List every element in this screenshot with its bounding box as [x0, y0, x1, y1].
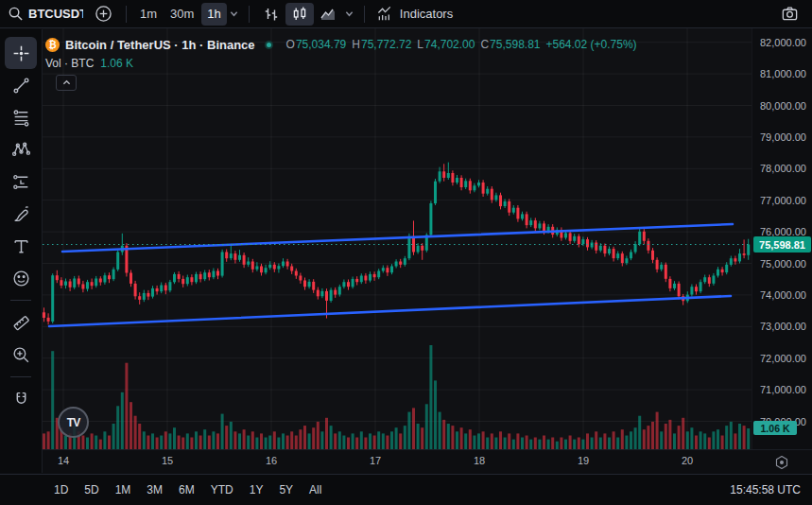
volume-bar [399, 433, 402, 449]
crosshair-tool[interactable] [5, 37, 37, 69]
price-tick: 73,000.00 [760, 321, 806, 332]
volume-bar [668, 420, 671, 449]
candle [51, 275, 54, 322]
fib-retracement-tool[interactable] [5, 101, 37, 133]
camera-icon[interactable] [775, 3, 804, 26]
range-ytd[interactable]: YTD [211, 483, 233, 496]
emoji-tool[interactable] [5, 262, 37, 294]
time-tick: 20 [682, 455, 693, 466]
candle [325, 291, 328, 301]
volume-bar [151, 433, 154, 449]
time-tick: 18 [474, 455, 485, 466]
magnet-tool[interactable] [5, 383, 37, 415]
candle [190, 277, 193, 282]
axis-settings-icon[interactable] [774, 455, 789, 470]
clock-utc[interactable]: 15:45:58 UTC [730, 483, 801, 496]
ohlc-key: O [286, 38, 295, 51]
volume-bar [564, 440, 567, 449]
bottom-toolbar: 1D5D1M3M6MYTD1Y5YAll 15:45:58 UTC [0, 474, 812, 505]
timeframe-1h[interactable]: 1h [201, 3, 226, 26]
legend-collapse-button[interactable] [56, 75, 77, 91]
candle [160, 286, 163, 292]
candle [390, 267, 393, 273]
text-tool[interactable] [5, 230, 37, 262]
range-3m[interactable]: 3M [147, 483, 163, 496]
range-all[interactable]: All [309, 483, 321, 496]
volume-bar [599, 438, 602, 450]
volume-bar [342, 436, 345, 450]
symbol-title[interactable]: Bitcoin / TetherUS · 1h · Binance [65, 38, 255, 52]
candle [473, 185, 475, 190]
candle [439, 171, 441, 181]
candle [730, 258, 733, 265]
volume-bar [516, 433, 519, 449]
style-chevron-down-icon[interactable] [342, 3, 356, 26]
range-1d[interactable]: 1D [54, 483, 68, 496]
volume-bar [621, 429, 624, 449]
xabcd-pattern-tool[interactable] [5, 133, 37, 165]
volume-bar [178, 436, 181, 450]
volume-bar [534, 438, 537, 450]
candle [668, 279, 671, 288]
candle [578, 236, 580, 244]
range-5d[interactable]: 5D [84, 483, 98, 496]
area-style-icon[interactable] [314, 3, 342, 26]
candle [673, 284, 676, 288]
volume-bar [439, 412, 441, 449]
volume-bar [429, 345, 432, 449]
volume-bar [282, 433, 285, 449]
search-icon[interactable] [8, 6, 24, 22]
time-axis[interactable]: 14151617181920 [43, 449, 752, 474]
candle [64, 282, 67, 286]
range-5y[interactable]: 5Y [279, 483, 293, 496]
trend-line-tool[interactable] [5, 69, 37, 101]
legend-main-row[interactable]: ₿ Bitcoin / TetherUS · 1h · Binance O75,… [45, 36, 637, 53]
candle [299, 276, 302, 281]
range-6m[interactable]: 6M [179, 483, 195, 496]
candle [147, 293, 149, 297]
toolbar-divider [10, 376, 31, 377]
chart-legend: ₿ Bitcoin / TetherUS · 1h · Binance O75,… [45, 36, 637, 71]
position-tool[interactable] [5, 165, 37, 198]
timeframe-group: 1m30m1h [134, 3, 227, 26]
volume-bar [103, 431, 106, 449]
timeframe-30m[interactable]: 30m [164, 3, 199, 26]
candle [216, 271, 219, 276]
range-1y[interactable]: 1Y [250, 483, 264, 496]
brush-tool[interactable] [5, 198, 37, 230]
candle [255, 267, 258, 270]
volume-bar [678, 426, 681, 449]
price-scale[interactable]: 70,000.0071,000.0072,000.0073,000.0074,0… [752, 28, 812, 449]
timeframe-chevron-down-icon[interactable] [227, 3, 241, 26]
toolbar-divider [126, 6, 127, 23]
volume-bar [364, 438, 367, 450]
candle [573, 236, 576, 241]
candle [360, 276, 363, 283]
timeframe-1m[interactable]: 1m [134, 3, 163, 26]
compare-add-symbol-icon[interactable] [89, 3, 118, 26]
bars-style-icon[interactable] [257, 3, 285, 26]
volume-bar [147, 436, 149, 450]
drawing-toolbar [0, 29, 43, 473]
volume-bar [725, 426, 728, 449]
candle [395, 262, 398, 267]
candle [486, 189, 489, 194]
symbol-search-button[interactable]: BTCUSDT [28, 7, 83, 21]
price-chart-canvas[interactable] [43, 28, 752, 449]
volume-bar [164, 431, 167, 449]
volume-bar [203, 429, 206, 449]
indicators-button[interactable]: Indicators [372, 3, 457, 26]
legend-volume-row[interactable]: Vol · BTC 1.06 K [45, 56, 637, 71]
zoom-in-tool[interactable] [5, 339, 37, 371]
volume-layer [43, 345, 750, 449]
market-status-dot-icon[interactable] [265, 41, 273, 49]
volume-bar [700, 431, 702, 449]
ruler-tool[interactable] [5, 306, 37, 339]
candles-style-icon[interactable] [285, 3, 314, 26]
candle [595, 243, 597, 251]
volume-value: 1.06 K [100, 57, 133, 70]
chart-pane[interactable]: ₿ Bitcoin / TetherUS · 1h · Binance O75,… [43, 28, 752, 449]
candle [529, 220, 532, 225]
trendline-layer[interactable] [49, 224, 733, 326]
range-1m[interactable]: 1M [115, 483, 131, 496]
